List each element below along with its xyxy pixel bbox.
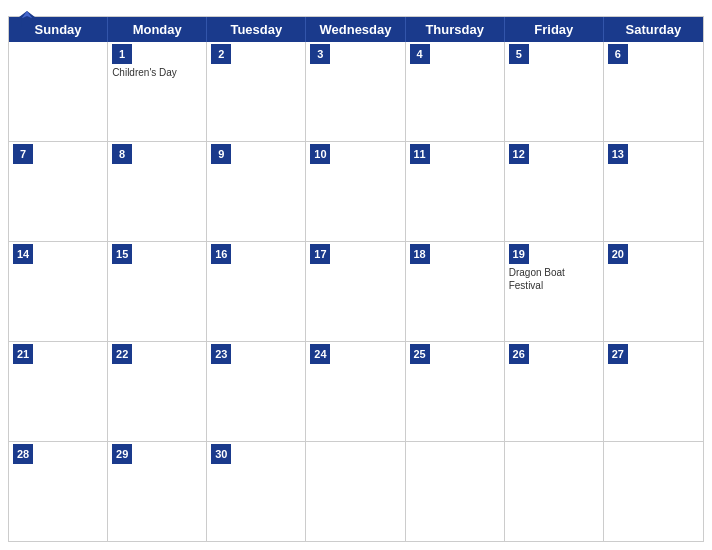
day-number: 29 <box>112 444 132 464</box>
day-number: 25 <box>410 344 430 364</box>
day-number: 9 <box>211 144 231 164</box>
day-cell-27: 27 <box>604 342 703 441</box>
day-number: 23 <box>211 344 231 364</box>
day-cell-empty <box>9 42 108 141</box>
header <box>0 0 712 16</box>
day-cell-3: 3 <box>306 42 405 141</box>
day-number: 4 <box>410 44 430 64</box>
week-row-5: 282930 <box>9 442 703 541</box>
day-cell-5: 5 <box>505 42 604 141</box>
day-cell-2: 2 <box>207 42 306 141</box>
day-number: 8 <box>112 144 132 164</box>
day-number: 26 <box>509 344 529 364</box>
day-cell-25: 25 <box>406 342 505 441</box>
day-cell-13: 13 <box>604 142 703 241</box>
day-number: 21 <box>13 344 33 364</box>
calendar-grid: SundayMondayTuesdayWednesdayThursdayFrid… <box>8 16 704 542</box>
day-cell-29: 29 <box>108 442 207 541</box>
day-cell-30: 30 <box>207 442 306 541</box>
day-number: 24 <box>310 344 330 364</box>
day-cell-7: 7 <box>9 142 108 241</box>
day-cell-12: 12 <box>505 142 604 241</box>
day-cell-17: 17 <box>306 242 405 341</box>
day-header-saturday: Saturday <box>604 17 703 42</box>
day-cell-19: 19Dragon Boat Festival <box>505 242 604 341</box>
day-number: 6 <box>608 44 628 64</box>
day-cell-24: 24 <box>306 342 405 441</box>
day-cell-9: 9 <box>207 142 306 241</box>
week-row-2: 78910111213 <box>9 142 703 242</box>
logo <box>16 8 40 30</box>
day-cell-4: 4 <box>406 42 505 141</box>
day-number: 30 <box>211 444 231 464</box>
day-number: 16 <box>211 244 231 264</box>
day-number: 3 <box>310 44 330 64</box>
day-number: 28 <box>13 444 33 464</box>
day-cell-23: 23 <box>207 342 306 441</box>
day-header-friday: Friday <box>505 17 604 42</box>
day-number: 13 <box>608 144 628 164</box>
weeks-container: 1Children's Day2345678910111213141516171… <box>9 42 703 541</box>
day-cell-10: 10 <box>306 142 405 241</box>
week-row-1: 1Children's Day23456 <box>9 42 703 142</box>
day-number: 5 <box>509 44 529 64</box>
day-number: 19 <box>509 244 529 264</box>
calendar-page: SundayMondayTuesdayWednesdayThursdayFrid… <box>0 0 712 550</box>
day-number: 15 <box>112 244 132 264</box>
day-cell-empty <box>306 442 405 541</box>
day-number: 22 <box>112 344 132 364</box>
day-cell-empty <box>406 442 505 541</box>
day-cell-11: 11 <box>406 142 505 241</box>
day-cell-28: 28 <box>9 442 108 541</box>
day-number: 11 <box>410 144 430 164</box>
event-label: Dragon Boat Festival <box>509 266 599 292</box>
day-header-monday: Monday <box>108 17 207 42</box>
day-number: 10 <box>310 144 330 164</box>
day-number: 12 <box>509 144 529 164</box>
day-cell-26: 26 <box>505 342 604 441</box>
day-cell-1: 1Children's Day <box>108 42 207 141</box>
days-header: SundayMondayTuesdayWednesdayThursdayFrid… <box>9 17 703 42</box>
day-number: 17 <box>310 244 330 264</box>
day-number: 7 <box>13 144 33 164</box>
day-number: 27 <box>608 344 628 364</box>
week-row-3: 141516171819Dragon Boat Festival20 <box>9 242 703 342</box>
day-header-tuesday: Tuesday <box>207 17 306 42</box>
day-header-thursday: Thursday <box>406 17 505 42</box>
day-cell-empty <box>505 442 604 541</box>
day-cell-empty <box>604 442 703 541</box>
day-cell-15: 15 <box>108 242 207 341</box>
day-cell-14: 14 <box>9 242 108 341</box>
day-cell-21: 21 <box>9 342 108 441</box>
day-number: 1 <box>112 44 132 64</box>
day-number: 18 <box>410 244 430 264</box>
event-label: Children's Day <box>112 66 202 79</box>
logo-icon <box>16 8 38 30</box>
day-cell-22: 22 <box>108 342 207 441</box>
day-cell-18: 18 <box>406 242 505 341</box>
day-number: 20 <box>608 244 628 264</box>
day-header-wednesday: Wednesday <box>306 17 405 42</box>
day-number: 2 <box>211 44 231 64</box>
day-cell-8: 8 <box>108 142 207 241</box>
day-cell-20: 20 <box>604 242 703 341</box>
day-cell-16: 16 <box>207 242 306 341</box>
day-cell-6: 6 <box>604 42 703 141</box>
day-number: 14 <box>13 244 33 264</box>
week-row-4: 21222324252627 <box>9 342 703 442</box>
